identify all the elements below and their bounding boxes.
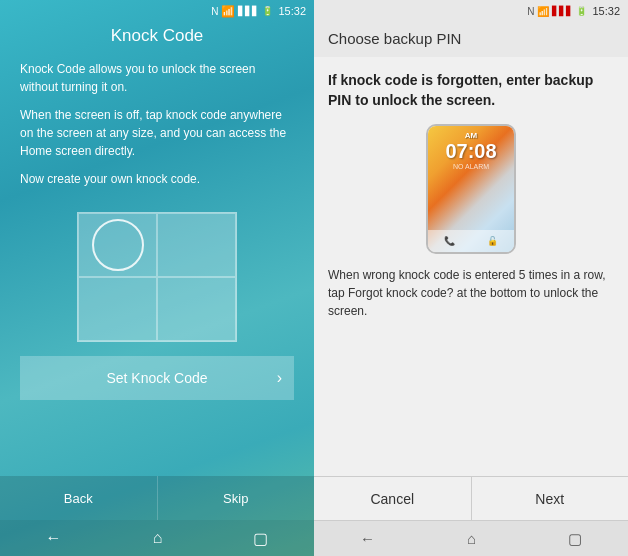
- phone-screen: AM 07:08 NO ALARM 📞 🔓: [428, 126, 514, 252]
- right-content: If knock code is forgotten, enter backup…: [314, 57, 628, 476]
- knock-circle: [92, 219, 144, 271]
- skip-button[interactable]: Skip: [158, 476, 315, 520]
- phone-mockup-container: AM 07:08 NO ALARM 📞 🔓: [328, 124, 614, 254]
- battery-icon: 🔋: [262, 6, 273, 16]
- right-status-icons: N 📶 ▋▋▋ 🔋 15:32: [527, 5, 620, 17]
- knock-grid: [77, 212, 237, 342]
- right-nfc-icon: N: [527, 6, 534, 17]
- chevron-right-icon: ›: [277, 369, 282, 387]
- next-label: Next: [535, 491, 564, 507]
- phone-no-alarm: NO ALARM: [428, 163, 514, 170]
- right-action-bar: Cancel Next: [314, 476, 628, 520]
- set-knock-label: Set Knock Code: [106, 370, 207, 386]
- right-time: 15:32: [592, 5, 620, 17]
- left-panel-title: Knock Code: [20, 26, 294, 46]
- right-back-icon[interactable]: ←: [360, 530, 375, 547]
- skip-label: Skip: [223, 491, 248, 506]
- right-status-bar: N 📶 ▋▋▋ 🔋 15:32: [314, 0, 628, 22]
- left-content: Knock Code Knock Code allows you to unlo…: [0, 22, 314, 476]
- phone-bottom-bar: 📞 🔓: [428, 230, 514, 252]
- next-button[interactable]: Next: [472, 477, 629, 520]
- left-time: 15:32: [278, 5, 306, 17]
- signal-icon: ▋▋▋: [238, 6, 259, 16]
- left-home-icon[interactable]: ⌂: [153, 529, 163, 547]
- knock-cell-2[interactable]: [157, 213, 236, 277]
- left-bottom-nav: Back Skip: [0, 476, 314, 520]
- right-header-title: Choose backup PIN: [328, 30, 461, 47]
- right-recents-icon[interactable]: ▢: [568, 530, 582, 548]
- right-wifi-icon: 📶: [537, 6, 549, 17]
- phone-time-display: 07:08: [428, 140, 514, 162]
- cancel-button[interactable]: Cancel: [314, 477, 472, 520]
- left-recents-icon[interactable]: ▢: [253, 529, 268, 548]
- back-label: Back: [64, 491, 93, 506]
- back-button[interactable]: Back: [0, 476, 158, 520]
- wifi-icon: 📶: [221, 5, 235, 18]
- phone-am-label: AM: [428, 131, 514, 140]
- right-signal-icon: ▋▋▋: [552, 6, 573, 16]
- right-home-icon[interactable]: ⌂: [467, 530, 476, 547]
- phone-call-icon: 📞: [444, 236, 455, 246]
- knock-cell-4[interactable]: [157, 277, 236, 341]
- right-battery-icon: 🔋: [576, 6, 587, 16]
- cancel-label: Cancel: [370, 491, 414, 507]
- left-back-icon[interactable]: ←: [46, 529, 62, 547]
- nfc-icon: N: [211, 6, 218, 17]
- knock-grid-container: [20, 212, 294, 342]
- knock-cell-3[interactable]: [78, 277, 157, 341]
- left-status-icons: N 📶 ▋▋▋ 🔋 15:32: [211, 5, 306, 18]
- left-desc1: Knock Code allows you to unlock the scre…: [20, 60, 294, 96]
- backup-pin-title: If knock code is forgotten, enter backup…: [328, 71, 614, 110]
- right-panel: N 📶 ▋▋▋ 🔋 15:32 Choose backup PIN If kno…: [314, 0, 628, 556]
- phone-mockup: AM 07:08 NO ALARM 📞 🔓: [426, 124, 516, 254]
- left-desc2: When the screen is off, tap knock code a…: [20, 106, 294, 160]
- knock-cell-1[interactable]: [78, 213, 157, 277]
- set-knock-button[interactable]: Set Knock Code ›: [20, 356, 294, 400]
- left-status-bar: N 📶 ▋▋▋ 🔋 15:32: [0, 0, 314, 22]
- left-system-nav: ← ⌂ ▢: [0, 520, 314, 556]
- backup-pin-desc: When wrong knock code is entered 5 times…: [328, 266, 614, 320]
- left-desc3: Now create your own knock code.: [20, 170, 294, 188]
- right-header: Choose backup PIN: [314, 22, 628, 57]
- left-panel: N 📶 ▋▋▋ 🔋 15:32 Knock Code Knock Code al…: [0, 0, 314, 556]
- phone-lock-icon: 🔓: [487, 236, 498, 246]
- right-system-nav: ← ⌂ ▢: [314, 520, 628, 556]
